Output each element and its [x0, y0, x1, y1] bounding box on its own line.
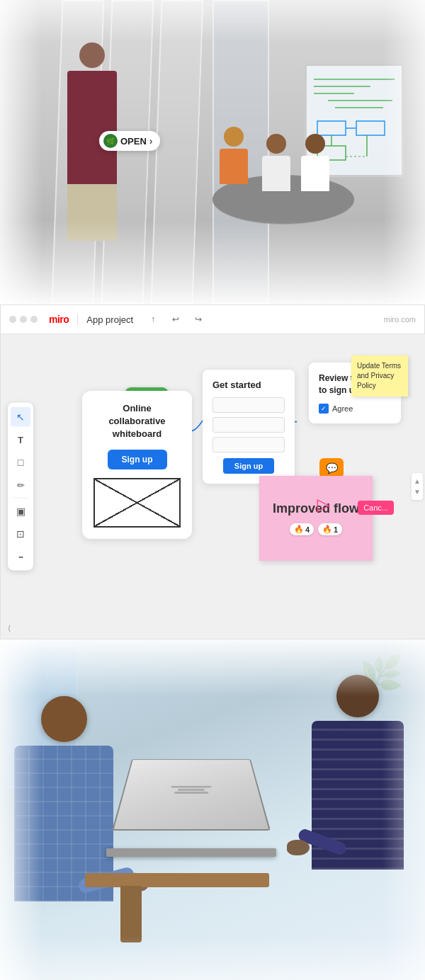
sticky-tool[interactable]: ▣	[11, 501, 30, 521]
fire-count-1: 4	[305, 525, 310, 534]
agree-label: Agree	[332, 404, 353, 413]
person-head	[79, 42, 105, 68]
wireframe-signup-button[interactable]: Sign up	[108, 450, 167, 469]
open-arrow: ›	[149, 135, 153, 147]
tool-divider	[13, 498, 28, 498]
miro-url: miro.com	[384, 315, 416, 324]
miro-toolbar-icons: ↑ ↩ ↪	[144, 311, 207, 328]
open-badge: 🌿 OPEN ›	[99, 131, 160, 151]
gs-input-2[interactable]	[212, 417, 285, 433]
improved-flow-text: Improved flow	[273, 501, 359, 516]
miro-canvas: ↖ T □ ✏ ▣ ⊡ ••• ▲ ▼	[1, 334, 425, 639]
reaction-fire-1[interactable]: 🔥 4	[290, 523, 314, 535]
wb-line-1	[314, 79, 395, 80]
bottom-scene: 🌿	[0, 639, 425, 980]
gs-input-3[interactable]	[212, 437, 285, 452]
sticky-pink-improved-flow[interactable]: Improved flow 🔥 4 🔥 1	[259, 476, 373, 561]
person-right-body	[312, 721, 404, 870]
miro-project-name[interactable]: App project	[86, 314, 133, 325]
sticky-yellow-text: Update Terms and Privacy Policy	[357, 362, 401, 389]
person-right-hand	[287, 840, 310, 855]
cancel-badge[interactable]: Canc...	[358, 501, 394, 515]
window-dot-2	[20, 316, 27, 323]
fire-count-2: 1	[334, 525, 338, 534]
miro-separator	[77, 314, 78, 325]
wireframe-image-placeholder	[94, 478, 181, 528]
miro-section: miro App project ↑ ↩ ↪ miro.com ↖ T □ ✏ …	[0, 304, 425, 639]
agree-row: ✓ Agree	[319, 404, 391, 414]
svg-rect-0	[317, 121, 346, 135]
right-scroll[interactable]: ▲ ▼	[412, 473, 423, 500]
table-surface	[85, 873, 269, 887]
more-tools[interactable]: •••	[11, 547, 30, 566]
tool-panel: ↖ T □ ✏ ▣ ⊡ •••	[8, 403, 33, 571]
top-photo-section: 🌿 OPEN ›	[0, 0, 425, 304]
person-legs	[67, 184, 117, 241]
redo-button[interactable]: ↪	[190, 311, 207, 328]
fade-left	[0, 0, 42, 304]
cursor-tool[interactable]: ↖	[11, 407, 30, 427]
get-started-card[interactable]: Get started Sign up	[203, 370, 295, 484]
wb-line-2	[314, 86, 370, 87]
seated-person-2	[262, 134, 290, 191]
frame-tool[interactable]: ⊡	[11, 524, 30, 544]
pen-tool[interactable]: ✏	[11, 475, 30, 495]
undo-button[interactable]: ↩	[167, 311, 184, 328]
export-button[interactable]: ↑	[144, 311, 162, 328]
reaction-bar: 🔥 4 🔥 1	[290, 523, 342, 535]
canvas-content: Mustafa Online collaborative whiteboard …	[40, 348, 415, 632]
wb-line-3	[314, 93, 354, 94]
seated-person-1	[220, 127, 248, 184]
person-left-bottom	[14, 696, 113, 901]
person-left-head	[41, 696, 87, 742]
scroll-down-arrow[interactable]: ▼	[414, 488, 421, 496]
sticky-yellow[interactable]: Update Terms and Privacy Policy	[351, 355, 408, 397]
laptop-base	[106, 848, 276, 857]
agree-checkbox[interactable]: ✓	[319, 404, 329, 414]
wb-line-5	[335, 107, 383, 108]
scroll-up-arrow[interactable]: ▲	[414, 477, 421, 485]
get-started-title: Get started	[212, 380, 285, 390]
pink-arrow: ◁	[317, 497, 330, 517]
text-tool[interactable]: T	[11, 430, 30, 450]
svg-rect-1	[356, 121, 385, 135]
page-number[interactable]: ⟨	[8, 624, 11, 633]
person-body	[67, 71, 117, 184]
person-right-bottom	[312, 675, 404, 870]
window-dot-3	[30, 316, 38, 323]
bottom-photo-section: 🌿	[0, 639, 425, 980]
office-scene: 🌿 OPEN ›	[0, 0, 425, 304]
laptop-screen-content	[166, 782, 215, 797]
table-leg	[120, 886, 142, 942]
rectangle-tool[interactable]: □	[11, 452, 30, 472]
fade-bottom-bottom	[0, 937, 425, 980]
miro-toolbar: miro App project ↑ ↩ ↪ miro.com	[1, 305, 424, 334]
fire-emoji-1: 🔥	[294, 525, 304, 534]
laptop-screen	[112, 759, 271, 831]
window-dots	[9, 316, 38, 323]
open-label: OPEN	[120, 136, 147, 147]
gs-input-1[interactable]	[212, 397, 285, 413]
comment-bubble[interactable]: 💬	[319, 458, 344, 478]
window-dot-1	[9, 316, 16, 323]
seated-person-3	[301, 134, 329, 191]
miro-logo: miro	[49, 314, 69, 325]
wireframe-card-title: Online collaborative whiteboard	[94, 402, 181, 441]
fire-emoji-2: 🔥	[322, 525, 332, 534]
get-started-signup-button[interactable]: Sign up	[223, 458, 274, 474]
open-icon: 🌿	[103, 134, 118, 148]
wb-line-4	[328, 100, 392, 101]
reaction-fire-2[interactable]: 🔥 1	[318, 523, 342, 535]
meeting-area	[177, 57, 404, 255]
wireframe-card[interactable]: Online collaborative whiteboard Sign up	[82, 391, 192, 539]
person-right-head	[336, 675, 379, 717]
